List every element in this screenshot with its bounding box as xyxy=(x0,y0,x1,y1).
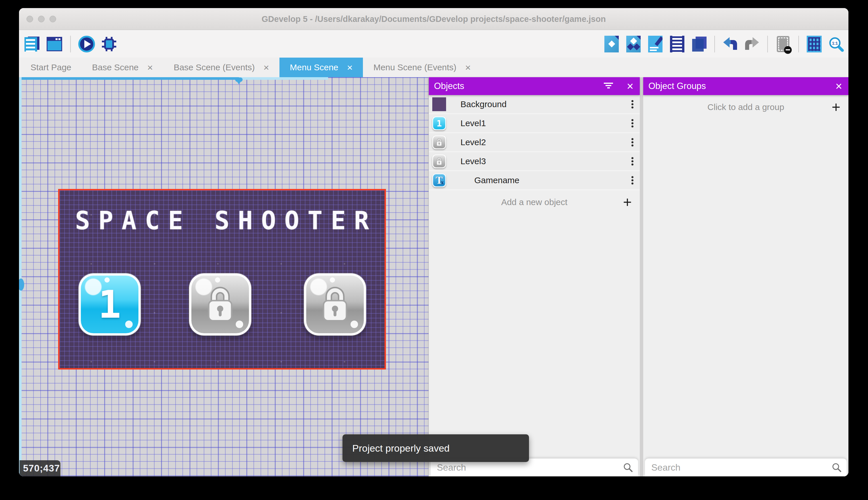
object-groups-panel: Object Groups × Click to add a group + xyxy=(643,77,848,476)
horizontal-scrollbar-marker[interactable] xyxy=(235,78,243,82)
object-row-level3[interactable]: Level3 xyxy=(429,152,640,171)
search-icon xyxy=(623,463,633,472)
add-group-label: Click to add a group xyxy=(707,102,784,112)
object-menu-icon[interactable] xyxy=(630,174,635,187)
object-groups-panel-header: Object Groups × xyxy=(643,77,848,95)
panel-divider[interactable] xyxy=(640,77,643,476)
toggle-mask-icon[interactable] xyxy=(775,36,791,53)
object-menu-icon[interactable] xyxy=(630,117,635,130)
padlock-icon xyxy=(436,157,442,165)
vertical-scrollbar-track[interactable] xyxy=(19,77,22,476)
instances-list-icon[interactable] xyxy=(669,36,685,53)
scene-editor-canvas[interactable]: SPACE SHOOTER 1 xyxy=(19,77,429,476)
object-label: Gamename xyxy=(474,175,519,185)
main-toolbar: 1:1 xyxy=(19,30,848,58)
object-menu-icon[interactable] xyxy=(630,98,635,111)
plus-icon: + xyxy=(623,195,632,210)
object-groups-panel-title: Object Groups xyxy=(648,81,706,91)
tab-menu-scene-events[interactable]: Menu Scene (Events) × xyxy=(363,58,481,77)
object-thumbnail-level1: 1 xyxy=(432,116,446,130)
object-thumbnail-background xyxy=(432,97,446,111)
add-group-button[interactable]: Click to add a group + xyxy=(643,95,848,119)
object-label: Level1 xyxy=(460,118,486,128)
gloss-sparkle xyxy=(215,277,220,283)
game-scene-window[interactable]: SPACE SHOOTER 1 xyxy=(58,189,386,370)
save-toast: Project properly saved xyxy=(342,434,529,462)
close-tab-icon[interactable]: × xyxy=(347,62,353,72)
window-title: GDevelop 5 - /Users/dkarakay/Documents/G… xyxy=(19,8,848,30)
add-new-object-button[interactable]: Add a new object + xyxy=(429,190,640,214)
svg-text:1:1: 1:1 xyxy=(832,41,838,46)
level3-button-object[interactable] xyxy=(304,273,366,336)
plus-icon: + xyxy=(832,100,840,115)
undo-icon[interactable] xyxy=(722,36,739,53)
object-label: Level2 xyxy=(460,137,486,147)
object-row-gamename[interactable]: T x Gamename xyxy=(429,171,640,190)
object-row-background[interactable]: Background xyxy=(429,95,640,114)
groups-search-input[interactable] xyxy=(645,458,847,476)
tab-label: Menu Scene (Events) xyxy=(373,62,456,72)
objects-panel-icon[interactable] xyxy=(603,36,620,53)
add-object-label: Add a new object xyxy=(501,197,567,207)
tab-start-page[interactable]: Start Page xyxy=(20,58,82,77)
tab-base-scene[interactable]: Base Scene × xyxy=(82,58,163,77)
scene-title-text-object[interactable]: SPACE SHOOTER xyxy=(60,206,393,235)
level1-digit: 1 xyxy=(98,282,121,327)
toolbar-divider xyxy=(798,36,799,53)
desktop-background: GDevelop 5 - /Users/dkarakay/Documents/G… xyxy=(0,0,868,500)
object-groups-panel-icon[interactable] xyxy=(625,36,642,53)
editor-tabs: Start Page Base Scene × Base Scene (Even… xyxy=(19,58,848,77)
horizontal-scrollbar-thumb[interactable] xyxy=(19,77,239,80)
padlock-icon xyxy=(436,138,442,146)
zoom-original-icon[interactable]: 1:1 xyxy=(828,36,844,53)
toggle-grid-icon[interactable] xyxy=(806,36,822,53)
padlock-icon xyxy=(320,286,350,322)
vertical-scrollbar-thumb[interactable] xyxy=(19,279,24,291)
gloss-sparkle xyxy=(330,277,335,283)
objects-panel-title: Objects xyxy=(434,81,464,91)
gdevelop-window: GDevelop 5 - /Users/dkarakay/Documents/G… xyxy=(19,8,848,476)
main-area: SPACE SHOOTER 1 xyxy=(19,77,848,476)
close-panel-icon[interactable]: × xyxy=(627,80,633,92)
close-tab-icon[interactable]: × xyxy=(465,62,471,72)
preview-play-icon[interactable] xyxy=(78,36,95,53)
scene-window-icon[interactable] xyxy=(46,36,63,53)
padlock-icon xyxy=(205,286,235,322)
gloss-sparkle xyxy=(105,277,110,283)
toolbar-divider xyxy=(767,36,768,53)
objects-panel: Objects × Background 1 Level1 xyxy=(429,77,640,476)
objects-panel-header: Objects × xyxy=(429,77,640,95)
filter-icon[interactable] xyxy=(603,83,613,90)
object-row-level2[interactable]: Level2 xyxy=(429,133,640,152)
object-label: Background xyxy=(460,99,506,109)
close-tab-icon[interactable]: × xyxy=(263,62,269,72)
tab-label: Start Page xyxy=(31,62,71,72)
object-thumbnail-gamename-text: T x xyxy=(432,173,446,187)
object-row-level1[interactable]: 1 Level1 xyxy=(429,114,640,133)
thumbnail-digit: 1 xyxy=(437,118,442,128)
close-panel-icon[interactable]: × xyxy=(835,80,842,92)
debugger-icon[interactable] xyxy=(101,36,117,53)
level1-button-object[interactable]: 1 xyxy=(79,273,141,336)
properties-panel-icon[interactable] xyxy=(647,36,664,53)
close-tab-icon[interactable]: × xyxy=(147,62,153,72)
search-icon xyxy=(832,463,842,472)
object-label: Level3 xyxy=(460,156,486,166)
redo-icon[interactable] xyxy=(744,36,760,53)
toolbar-divider xyxy=(70,36,71,53)
object-menu-icon[interactable] xyxy=(630,136,635,149)
cursor-coordinates-readout: 570;437 xyxy=(20,460,60,476)
tab-label: Menu Scene xyxy=(290,62,338,72)
tab-base-scene-events[interactable]: Base Scene (Events) × xyxy=(163,58,280,77)
tab-label: Base Scene (Events) xyxy=(174,62,255,72)
tab-menu-scene[interactable]: Menu Scene × xyxy=(280,58,363,77)
tab-label: Base Scene xyxy=(92,62,139,72)
title-bar: GDevelop 5 - /Users/dkarakay/Documents/G… xyxy=(19,8,848,30)
object-thumbnail-level2 xyxy=(432,135,446,149)
project-manager-icon[interactable] xyxy=(24,36,40,53)
object-menu-icon[interactable] xyxy=(630,155,635,168)
layers-panel-icon[interactable] xyxy=(691,36,707,53)
toast-message: Project properly saved xyxy=(352,443,449,454)
level2-button-object[interactable] xyxy=(189,273,251,336)
toolbar-divider xyxy=(714,36,715,53)
